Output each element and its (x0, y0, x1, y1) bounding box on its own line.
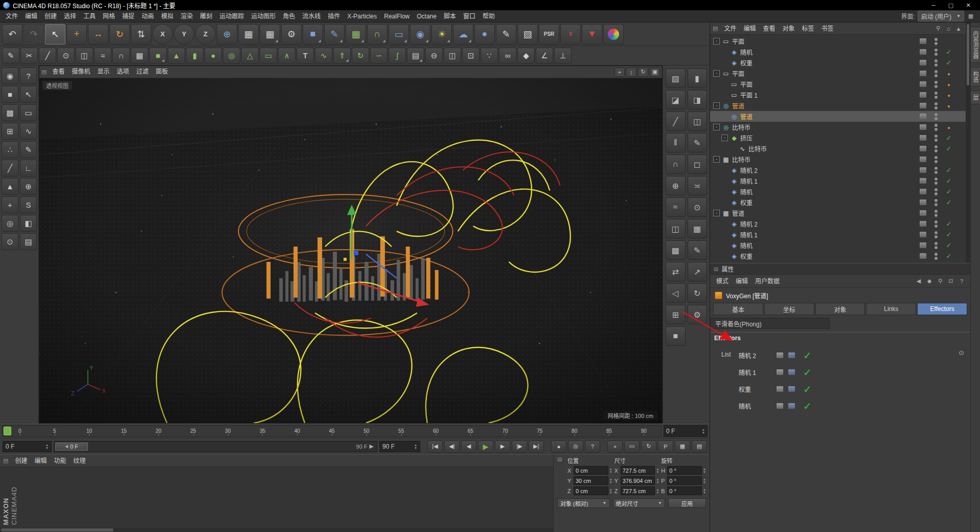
enable-badge[interactable] (945, 220, 953, 228)
cube-primitive-icon[interactable]: ■ (149, 48, 167, 64)
subdivide-icon[interactable]: ▦ (688, 219, 708, 238)
tree-row[interactable]: - ▭ 平面 (710, 36, 970, 47)
search-icon[interactable]: ⚲ (934, 25, 942, 33)
octane-sphere-icon[interactable]: ◉ (603, 24, 624, 45)
plane-cut-icon[interactable]: ◫ (688, 112, 708, 131)
tree-row[interactable]: ◈ 随机 2 (710, 165, 970, 175)
expand-toggle-icon[interactable]: - (713, 124, 720, 130)
redo-icon[interactable]: ↷ (24, 24, 44, 45)
measure-icon[interactable]: ∠ (536, 48, 553, 64)
object-menu-item[interactable]: 书签 (817, 23, 837, 35)
menu-item[interactable]: X-Particles (344, 10, 380, 23)
rotate-tool-icon[interactable]: ↻ (109, 24, 130, 45)
expand-toggle-icon[interactable]: - (713, 210, 720, 216)
psr-badge[interactable]: PSR (539, 24, 559, 45)
scale-hud-icon[interactable]: S (20, 196, 37, 213)
cylinder-tool-icon[interactable]: ▮ (688, 69, 708, 88)
search-icon[interactable]: ⚲ (936, 277, 944, 285)
y-axis-lock-icon[interactable]: Y (174, 24, 194, 45)
layer-color-toggle[interactable] (920, 38, 926, 44)
position-input[interactable]: 0 cm (574, 486, 608, 495)
enable-badge[interactable] (945, 59, 953, 66)
effector-enabled-check[interactable]: ✓ (803, 383, 812, 395)
goto-end-button[interactable]: ▶| (529, 440, 544, 453)
layer-color-toggle[interactable] (920, 199, 926, 205)
floor-icon[interactable]: ▭ (389, 24, 409, 45)
visibility-dots[interactable] (935, 38, 938, 45)
attributes-menu-item[interactable]: 模式 (713, 275, 732, 287)
layer-color-toggle[interactable] (920, 232, 926, 237)
effector-row[interactable]: 随机 2 ✓ (739, 347, 970, 364)
tree-row[interactable]: ◈ 权重 (710, 57, 970, 68)
loop-cut-icon[interactable]: ‖ (666, 133, 686, 152)
enable-badge[interactable] (945, 252, 953, 260)
object-tree-scrollbar[interactable] (966, 23, 970, 263)
rectangle-select-icon[interactable]: ▭ (20, 104, 37, 121)
spinner-icon[interactable]: ▲▼ (656, 488, 659, 494)
workplane-lock-icon[interactable]: ∟ (20, 160, 37, 176)
matrix-tool-icon[interactable]: ▩ (666, 240, 686, 260)
menu-item[interactable]: RealFlow (380, 10, 413, 23)
slide-tool-icon[interactable]: ⇄ (666, 262, 686, 281)
lathe-generator-icon[interactable]: ↻ (352, 48, 369, 64)
zoom-view-icon[interactable]: ↕ (626, 68, 636, 77)
viewport-canvas[interactable]: Y X Z 透视视图 网格间距 : 100 cm (39, 78, 662, 423)
next-key-button[interactable]: |▶ (512, 440, 527, 453)
spinner-icon[interactable]: ▲▼ (656, 468, 659, 474)
selection-arrow-icon[interactable]: ↖ (20, 86, 37, 103)
instance-icon[interactable]: ⊡ (462, 48, 480, 64)
play-button[interactable]: ▶ (478, 440, 493, 453)
record-scale-toggle[interactable]: ▭ (624, 440, 640, 453)
effector-row[interactable]: 随机 ✓ (739, 397, 970, 414)
point-mode-icon[interactable]: ∴ (2, 141, 18, 158)
enable-badge[interactable] (945, 231, 953, 238)
visibility-dots[interactable] (935, 135, 938, 142)
tree-row[interactable]: ◈ 随机 1 (710, 229, 970, 240)
end-frame-field[interactable]: 90 F ▲▼ (379, 441, 420, 452)
effector-row[interactable]: 权重 ✓ (739, 381, 970, 397)
tree-row[interactable]: ◈ 随机 (710, 47, 970, 57)
nudge-right-icon[interactable]: ▶ (370, 443, 374, 450)
new-material-icon[interactable]: ● (474, 24, 495, 45)
help-icon[interactable]: ? (958, 277, 966, 285)
keyframe-selection-button[interactable]: ? (585, 440, 600, 453)
enable-badge[interactable] (945, 81, 953, 88)
bevel-tool-icon[interactable]: ◪ (666, 90, 686, 109)
tree-row[interactable]: ◈ 权重 (710, 251, 970, 261)
interface-dropdown[interactable]: 启动 (用户)▼ (918, 11, 964, 21)
polygon-pen-icon[interactable]: ✎ (2, 48, 19, 64)
object-menu-item[interactable]: 编辑 (740, 23, 759, 35)
bend-deformer-icon[interactable]: ∩ (367, 24, 388, 45)
render-view-icon[interactable]: ▦ (238, 24, 259, 45)
tree-row[interactable]: ◈ 随机 1 (710, 175, 970, 186)
size-input[interactable]: 727.5 cm (621, 486, 655, 495)
visibility-dots[interactable] (935, 70, 938, 77)
tree-row[interactable]: ▭ 平面 1 (710, 90, 970, 100)
coordinate-system-icon[interactable]: ⊕ (217, 24, 237, 45)
axis-edit-icon[interactable]: + (2, 196, 18, 213)
undo-icon[interactable]: ↶ (2, 24, 22, 45)
untriangulate-icon[interactable]: ◁ (666, 283, 686, 303)
move-cut-icon[interactable]: ▧ (666, 69, 686, 88)
effector-enabled-check[interactable]: ✓ (803, 400, 812, 412)
menu-item[interactable]: 脚本 (440, 10, 460, 23)
layer-color-toggle[interactable] (920, 253, 926, 259)
tree-row[interactable]: ◈ 随机 (710, 240, 970, 251)
effector-enabled-check[interactable]: ✓ (803, 366, 812, 379)
object-menu-item[interactable]: 对象 (779, 23, 798, 35)
helix-spline-icon[interactable]: ∿ (315, 48, 332, 64)
layer-color-toggle[interactable] (920, 103, 926, 108)
menu-item[interactable]: 雕刻 (196, 10, 216, 23)
attribute-tab[interactable]: 基本 (713, 303, 763, 315)
record-keyframe-button[interactable]: ● (551, 440, 566, 453)
polygon-select-icon[interactable]: ✎ (20, 141, 37, 158)
position-input[interactable]: 30 cm (574, 476, 608, 485)
viewport-menu-item[interactable]: 查看 (49, 66, 68, 78)
history-back-icon[interactable]: ◀ (915, 277, 923, 285)
record-position-toggle[interactable]: + (607, 440, 623, 453)
subdivision-surface-icon[interactable]: ▦ (346, 24, 366, 45)
plugin-arrow-icon[interactable]: ▼ (582, 24, 602, 45)
tree-row[interactable]: ◎ 管道 (710, 111, 970, 122)
material-scrollbar[interactable] (0, 528, 553, 532)
recent-tools-icon[interactable]: ⇅ (131, 24, 151, 45)
